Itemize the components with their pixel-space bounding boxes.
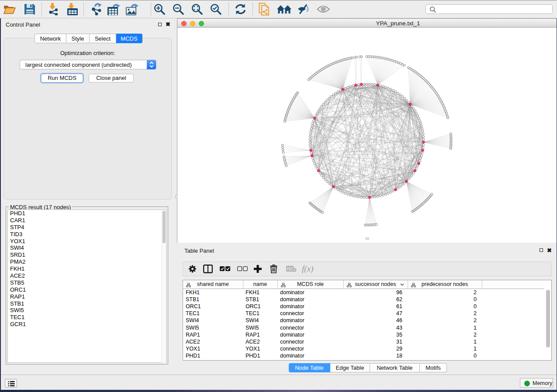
svg-text:f(x): f(x) xyxy=(302,264,313,274)
